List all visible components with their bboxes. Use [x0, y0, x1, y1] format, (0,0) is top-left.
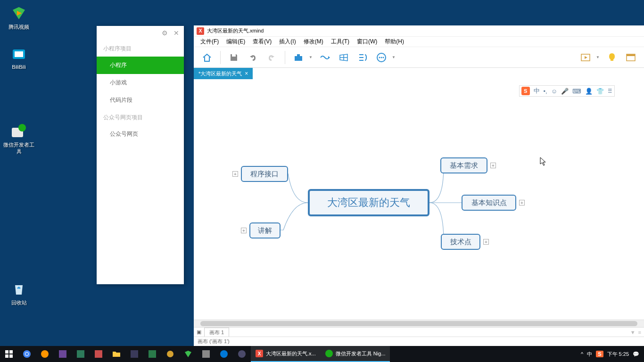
- menu-file[interactable]: 文件(F): [197, 37, 223, 47]
- node-basic-req[interactable]: 基本需求: [440, 157, 487, 173]
- menu-view[interactable]: 查看(V): [249, 37, 275, 47]
- taskbar-app-wechat[interactable]: 微信开发者工具 Nig...: [321, 346, 390, 362]
- tray-chevron-icon[interactable]: ^: [581, 351, 583, 357]
- svg-point-3: [18, 124, 26, 132]
- menu-window[interactable]: 窗口(W): [353, 37, 381, 47]
- taskbar-tencent-video-icon[interactable]: [179, 346, 197, 362]
- tray-notifications-icon[interactable]: 💬: [633, 351, 639, 357]
- taskbar-app4-icon[interactable]: [125, 346, 143, 362]
- taskbar-app1-icon[interactable]: [54, 346, 72, 362]
- svg-rect-1: [15, 51, 23, 57]
- mindmap-canvas[interactable]: S 中 •, ☺ 🎤 ⌨ 👤 👕 ⠿ 大湾区最新的天气 程序接口 + 讲解 + …: [194, 79, 644, 320]
- save-button[interactable]: [225, 50, 242, 65]
- svg-rect-4: [295, 56, 302, 61]
- taskbar-explorer-icon[interactable]: [107, 346, 125, 362]
- menu-item-miniprogram[interactable]: 小程序: [97, 57, 184, 74]
- taskbar-edge-icon[interactable]: [215, 346, 233, 362]
- svg-rect-14: [5, 354, 8, 358]
- expand-basic-req[interactable]: +: [490, 163, 496, 168]
- status-bar: 画布 ('画布 1'): [194, 337, 644, 346]
- wechat-taskbar-icon: [325, 350, 333, 357]
- expand-explain[interactable]: +: [241, 228, 247, 233]
- xmind-tabs: *大湾区最新的天气 ×: [194, 68, 644, 79]
- presentation-button[interactable]: [577, 50, 594, 65]
- svg-rect-26: [202, 350, 210, 358]
- sheet-menu-icon[interactable]: ▣: [197, 329, 201, 335]
- tray-time[interactable]: 下午 5:25: [607, 351, 629, 358]
- desktop-icon-tencent-video[interactable]: 腾讯视频: [2, 5, 35, 30]
- taskbar-app5-icon[interactable]: [143, 346, 161, 362]
- export-dropdown[interactable]: ▼: [309, 55, 314, 59]
- xmind-toolbar: ▼ ▼ ▼: [194, 47, 644, 68]
- menu-insert[interactable]: 插入(I): [275, 37, 299, 47]
- menu-help[interactable]: 帮助(H): [381, 37, 408, 47]
- horizontal-scrollbar[interactable]: [194, 320, 644, 327]
- svg-rect-12: [5, 350, 8, 354]
- taskbar-app7-icon[interactable]: [197, 346, 215, 362]
- svg-rect-24: [149, 350, 156, 358]
- menu-item-minigame[interactable]: 小游戏: [97, 74, 184, 91]
- taskbar-firefox-icon[interactable]: [36, 346, 54, 362]
- taskbar-browser-icon[interactable]: [233, 346, 251, 362]
- sheet-tab-1[interactable]: 画布 1: [204, 328, 229, 337]
- outline-button[interactable]: [354, 50, 371, 65]
- recycle-bin-icon: [10, 280, 27, 297]
- idea-button[interactable]: [603, 50, 620, 65]
- taskbar: X 大湾区最新的天气.x... 微信开发者工具 Nig... ^ 中 S 下午 …: [0, 346, 644, 362]
- node-knowledge[interactable]: 基本知识点: [462, 195, 516, 211]
- wechat-devtools-panel: ⚙ ✕ 小程序项目 小程序 小游戏 代码片段 公众号网页项目 公众号网页: [97, 26, 184, 284]
- redo-button[interactable]: [263, 50, 280, 65]
- expand-api[interactable]: +: [232, 171, 238, 177]
- presentation-dropdown[interactable]: ▼: [596, 55, 602, 59]
- node-explain[interactable]: 讲解: [249, 222, 281, 239]
- perspective-button[interactable]: [335, 50, 352, 65]
- desktop-icon-bilibili[interactable]: BiliBili: [2, 45, 35, 70]
- tray-sogou-icon[interactable]: S: [596, 351, 603, 357]
- home-button[interactable]: [198, 50, 215, 65]
- expand-tech[interactable]: +: [483, 239, 489, 245]
- xmind-taskbar-icon: X: [256, 350, 263, 357]
- xmind-titlebar[interactable]: X 大湾区最新的天气.xmind: [194, 25, 644, 37]
- menu-item-official-webpage[interactable]: 公众号网页: [97, 125, 184, 143]
- tab-close-icon[interactable]: ×: [245, 70, 248, 77]
- svg-rect-13: [9, 350, 13, 354]
- menu-modify[interactable]: 修改(M): [300, 37, 327, 47]
- svg-rect-23: [131, 350, 138, 358]
- export-button[interactable]: [290, 50, 307, 65]
- tab-sheet1[interactable]: *大湾区最新的天气 ×: [194, 68, 253, 79]
- taskbar-app6-icon[interactable]: [161, 346, 179, 362]
- menu-item-code-snippet[interactable]: 代码片段: [97, 91, 184, 109]
- tray-lang[interactable]: 中: [587, 351, 592, 358]
- filter-icon[interactable]: ▼: [630, 329, 636, 335]
- svg-rect-21: [77, 350, 84, 358]
- node-api[interactable]: 程序接口: [241, 166, 288, 182]
- theme-button[interactable]: [622, 50, 639, 65]
- svg-rect-22: [95, 350, 102, 358]
- xmind-menubar: 文件(F) 编辑(E) 查看(V) 插入(I) 修改(M) 工具(T) 窗口(W…: [194, 37, 644, 47]
- menu-tools[interactable]: 工具(T): [327, 37, 353, 47]
- more-button[interactable]: [373, 50, 390, 65]
- sheet-bar: ▣ 画布 1 ▼ ≡: [194, 327, 644, 337]
- node-tech[interactable]: 技术点: [441, 234, 480, 250]
- start-button[interactable]: [0, 346, 18, 362]
- undo-button[interactable]: [244, 50, 261, 65]
- taskbar-chrome-icon[interactable]: [18, 346, 36, 362]
- taskbar-app2-icon[interactable]: [72, 346, 90, 362]
- more-dropdown[interactable]: ▼: [392, 55, 397, 59]
- close-icon[interactable]: ✕: [173, 29, 179, 37]
- svg-point-27: [220, 350, 228, 358]
- share-button[interactable]: [316, 50, 333, 65]
- taskbar-app-xmind[interactable]: X 大湾区最新的天气.x...: [251, 346, 321, 362]
- expand-knowledge[interactable]: +: [519, 200, 525, 206]
- svg-rect-20: [59, 350, 66, 358]
- svg-point-25: [167, 351, 173, 357]
- desktop-icon-recycle-bin[interactable]: 回收站: [2, 280, 35, 306]
- wechat-devtools-icon: [10, 123, 27, 140]
- menu-edit[interactable]: 编辑(E): [223, 37, 249, 47]
- menu-icon[interactable]: ≡: [638, 329, 641, 335]
- node-center[interactable]: 大湾区最新的天气: [308, 189, 429, 216]
- settings-icon[interactable]: ⚙: [162, 29, 168, 37]
- desktop-icon-wechat-devtools[interactable]: 微信开发者工具: [2, 123, 35, 155]
- svg-point-8: [383, 57, 384, 58]
- taskbar-app3-icon[interactable]: [90, 346, 107, 362]
